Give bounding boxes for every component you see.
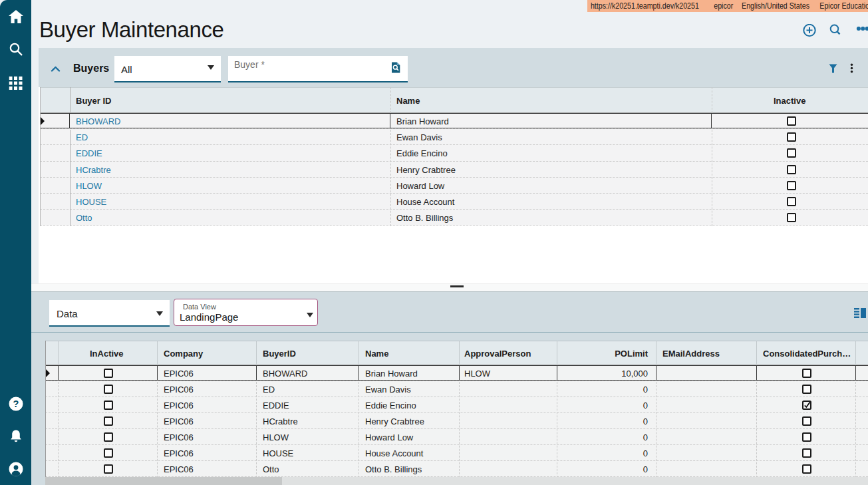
svg-text:?: ?: [13, 399, 19, 409]
